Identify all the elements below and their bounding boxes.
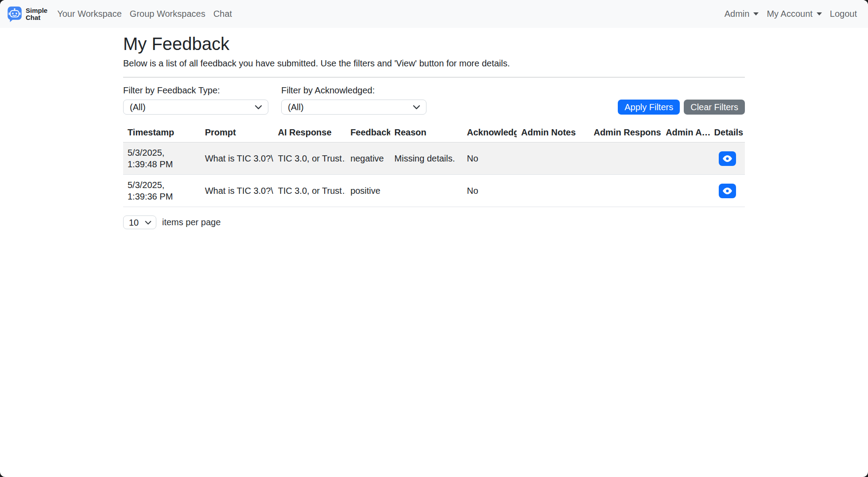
view-details-button[interactable] [719, 184, 736, 198]
cell-ai-response: TIC 3.0, or Trust… [273, 142, 346, 175]
cell-admin-notes [517, 175, 589, 207]
cell-acknowledged: No [462, 175, 517, 207]
cell-reason: Missing details. [390, 142, 463, 175]
cell-timestamp: 5/3/2025, 1:39:36 PM [123, 175, 201, 207]
col-header-admin-action: Admin A… [661, 123, 709, 142]
page-subtitle: Below is a list of all feedback you have… [123, 58, 745, 69]
col-header-details: Details [710, 123, 745, 142]
feedback-type-filter-label: Filter by Feedback Type: [123, 85, 268, 96]
cell-acknowledged: No [462, 142, 517, 175]
items-per-page-select[interactable]: 10 [123, 215, 156, 229]
cell-ai-response: TIC 3.0, or Trust… [273, 175, 346, 207]
chevron-down-icon [753, 12, 759, 15]
cell-admin-response [589, 142, 661, 175]
nav-group-workspaces[interactable]: Group Workspaces [126, 5, 209, 23]
nav-my-account-dropdown[interactable]: My Account [763, 5, 825, 23]
col-header-feedback: Feedback [346, 123, 390, 142]
account-nav: Admin My Account Logout [721, 5, 861, 23]
view-details-button[interactable] [719, 151, 736, 166]
col-header-timestamp: Timestamp [123, 123, 201, 142]
cell-details [710, 142, 745, 175]
col-header-admin-notes: Admin Notes [517, 123, 589, 142]
cell-admin-action [661, 142, 709, 175]
feedback-type-filter-select[interactable]: (All) [123, 100, 268, 115]
divider [123, 77, 745, 77]
cell-timestamp: 5/3/2025, 1:39:48 PM [123, 142, 201, 175]
filter-bar: Filter by Feedback Type: (All) Filter by… [123, 85, 745, 115]
col-header-ai-response: AI Response [273, 123, 346, 142]
items-per-page-label: items per page [162, 217, 221, 227]
nav-chat[interactable]: Chat [209, 5, 236, 23]
col-header-acknowledged: Acknowledged [462, 123, 517, 142]
cell-admin-response [589, 175, 661, 207]
cell-reason [390, 175, 463, 207]
filter-actions: Apply Filters Clear Filters [618, 100, 745, 115]
eye-icon [723, 154, 732, 163]
table-row: 5/3/2025, 1:39:48 PM What is TIC 3.0?\ T… [123, 142, 745, 175]
clear-filters-button[interactable]: Clear Filters [684, 100, 745, 115]
cell-admin-notes [517, 142, 589, 175]
acknowledged-filter-select[interactable]: (All) [281, 100, 426, 115]
apply-filters-button[interactable]: Apply Filters [618, 100, 680, 115]
brand-name: Simple Chat [26, 7, 47, 21]
col-header-admin-response: Admin Response [589, 123, 661, 142]
feedback-table: Timestamp Prompt AI Response Feedback Re… [123, 123, 745, 207]
pagination-bar: 10 items per page [123, 215, 745, 229]
chevron-down-icon [817, 12, 822, 15]
acknowledged-filter: Filter by Acknowledged: (All) [281, 85, 426, 115]
brand-home-link[interactable]: Simple Chat [7, 6, 47, 23]
page-title: My Feedback [123, 34, 745, 54]
cell-prompt: What is TIC 3.0?\ [201, 175, 274, 207]
nav-logout[interactable]: Logout [826, 5, 861, 23]
eye-icon [723, 186, 732, 196]
main-content: My Feedback Below is a list of all feedb… [123, 28, 745, 229]
cell-feedback: positive [346, 175, 390, 207]
nav-admin-dropdown[interactable]: Admin [721, 5, 763, 23]
cell-feedback: negative [346, 142, 390, 175]
table-row: 5/3/2025, 1:39:36 PM What is TIC 3.0?\ T… [123, 175, 745, 207]
col-header-prompt: Prompt [201, 123, 274, 142]
main-nav: Your Workspace Group Workspaces Chat [53, 5, 236, 23]
table-header-row: Timestamp Prompt AI Response Feedback Re… [123, 123, 745, 142]
acknowledged-filter-label: Filter by Acknowledged: [281, 85, 426, 96]
app-window: Simple Chat Your Workspace Group Workspa… [0, 0, 868, 477]
col-header-reason: Reason [390, 123, 463, 142]
cell-admin-action [661, 175, 709, 207]
cell-details [710, 175, 745, 207]
feedback-type-filter: Filter by Feedback Type: (All) [123, 85, 268, 115]
top-navbar: Simple Chat Your Workspace Group Workspa… [0, 0, 868, 28]
simple-chat-logo-icon [7, 6, 23, 23]
nav-your-workspace[interactable]: Your Workspace [53, 5, 126, 23]
cell-prompt: What is TIC 3.0?\ [201, 142, 274, 175]
